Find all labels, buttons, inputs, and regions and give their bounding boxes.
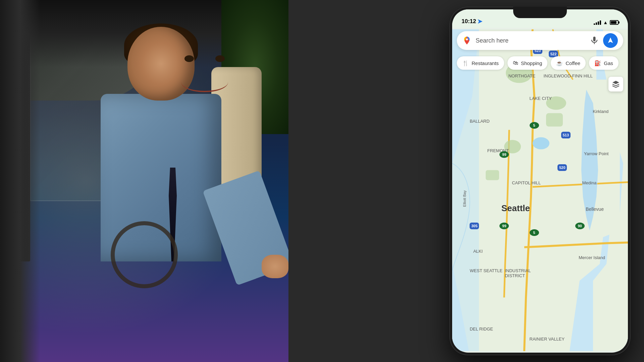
gas-icon: ⛽ bbox=[594, 60, 601, 66]
steering-wheel bbox=[111, 221, 178, 288]
signal-bar-3 bbox=[598, 21, 599, 25]
svg-point-4 bbox=[504, 140, 521, 154]
battery-fill bbox=[611, 21, 616, 24]
phone-notch bbox=[513, 7, 567, 18]
highway-badge-520: 520 bbox=[557, 164, 567, 171]
man-shirt bbox=[101, 94, 221, 261]
phone-screen: 10:12 ➤ ▲ bbox=[452, 9, 628, 353]
navigation-button[interactable] bbox=[603, 33, 618, 48]
highway-badge-5b: 5 bbox=[530, 229, 539, 236]
svg-point-2 bbox=[546, 97, 566, 110]
map-svg bbox=[452, 28, 628, 353]
battery-icon bbox=[610, 20, 619, 25]
chip-gas-label: Gas bbox=[604, 60, 613, 66]
microphone-icon[interactable] bbox=[590, 36, 599, 45]
chip-shopping-label: Shopping bbox=[521, 60, 542, 66]
highway-badge-305: 305 bbox=[470, 223, 479, 229]
eye-left bbox=[184, 55, 194, 62]
highway-badge-i5: 5 bbox=[530, 122, 539, 129]
phone-container: 10:12 ➤ ▲ bbox=[446, 3, 634, 359]
signal-bars-icon bbox=[594, 20, 601, 25]
signal-bar-4 bbox=[600, 20, 601, 25]
layer-button[interactable] bbox=[608, 77, 623, 92]
status-time: 10:12 ➤ bbox=[462, 18, 482, 25]
signal-bar-2 bbox=[596, 22, 597, 25]
highway-badge-513: 513 bbox=[561, 132, 571, 138]
time-display: 10:12 bbox=[462, 18, 476, 25]
restaurants-icon: 🍴 bbox=[462, 60, 469, 66]
svg-point-7 bbox=[533, 137, 549, 149]
map-area[interactable]: Shoreline Kenmore Bothell NORTHGATE INGL… bbox=[452, 28, 628, 353]
chip-gas[interactable]: ⛽ Gas bbox=[589, 56, 619, 70]
chip-restaurants-label: Restaurants bbox=[472, 60, 499, 66]
man-smile bbox=[181, 72, 228, 92]
svg-rect-3 bbox=[546, 113, 563, 127]
location-arrow-icon: ➤ bbox=[477, 18, 482, 25]
man-eyes bbox=[176, 55, 233, 65]
svg-rect-5 bbox=[486, 170, 499, 180]
man-head bbox=[127, 27, 195, 101]
layers-icon bbox=[612, 80, 620, 88]
navigation-arrow-icon bbox=[607, 37, 614, 44]
wifi-icon: ▲ bbox=[603, 20, 608, 25]
shopping-icon: 🛍 bbox=[513, 60, 518, 66]
background-photo bbox=[0, 0, 288, 362]
svg-rect-6 bbox=[452, 29, 479, 351]
chip-shopping[interactable]: 🛍 Shopping bbox=[507, 56, 547, 70]
google-maps-logo-icon bbox=[462, 36, 472, 45]
man-hand bbox=[262, 255, 288, 278]
coffee-icon: ☕ bbox=[556, 60, 563, 66]
category-chips: 🍴 Restaurants 🛍 Shopping ☕ Coffee ⛽ Gas bbox=[452, 54, 628, 72]
chip-coffee[interactable]: ☕ Coffee bbox=[551, 56, 586, 70]
chip-coffee-label: Coffee bbox=[566, 60, 580, 66]
man-body bbox=[84, 27, 252, 295]
person bbox=[34, 0, 288, 362]
svg-point-8 bbox=[466, 39, 468, 41]
search-bar[interactable]: Search here bbox=[457, 31, 623, 50]
signal-bar-1 bbox=[594, 23, 595, 25]
phone-body: 10:12 ➤ ▲ bbox=[449, 7, 631, 355]
svg-rect-9 bbox=[593, 37, 596, 41]
eye-right bbox=[215, 55, 225, 62]
chip-restaurants[interactable]: 🍴 Restaurants bbox=[457, 56, 504, 70]
status-icons: ▲ bbox=[594, 20, 619, 25]
search-placeholder: Search here bbox=[476, 37, 586, 44]
